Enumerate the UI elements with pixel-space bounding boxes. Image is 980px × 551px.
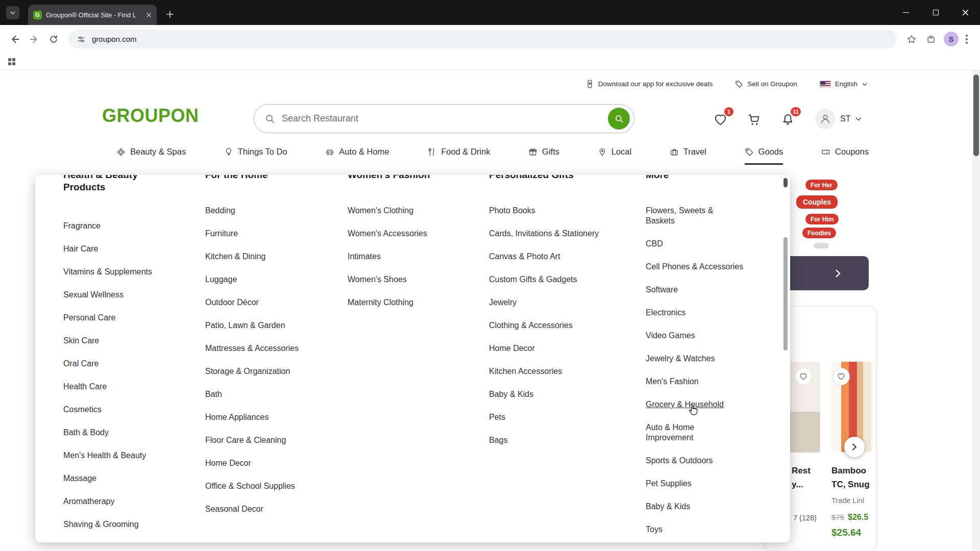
- menu-item[interactable]: Outdoor Décor: [205, 297, 333, 308]
- menu-item[interactable]: Seasonal Decor: [205, 504, 333, 514]
- menu-item[interactable]: Oral Care: [63, 359, 173, 369]
- menu-item[interactable]: Cosmetics: [63, 405, 173, 415]
- menu-item[interactable]: Flowers, Sweets & Baskets: [646, 206, 721, 226]
- menu-item[interactable]: Clothing & Accessories: [489, 320, 624, 331]
- promo-badge-foodies[interactable]: Foodies: [802, 228, 836, 238]
- menu-item[interactable]: Maternity Clothing: [348, 297, 468, 308]
- menu-item[interactable]: Home Appliances: [205, 412, 333, 422]
- menu-item[interactable]: Toys: [646, 524, 755, 535]
- notifications-button[interactable]: 11: [779, 111, 796, 128]
- menu-item[interactable]: Furniture: [205, 229, 333, 239]
- forward-button[interactable]: [26, 31, 43, 48]
- menu-item[interactable]: Pets: [489, 412, 624, 422]
- minimize-button[interactable]: [891, 0, 921, 25]
- menu-item[interactable]: Skin Care: [63, 336, 173, 346]
- back-button[interactable]: [6, 31, 23, 48]
- address-bar[interactable]: groupon.com: [68, 30, 897, 48]
- menu-item[interactable]: Aromatherapy: [63, 496, 173, 507]
- browser-profile-avatar[interactable]: S: [944, 32, 959, 46]
- search-input[interactable]: [282, 113, 608, 124]
- promo-badge-couples[interactable]: Couples: [796, 195, 838, 209]
- cart-button[interactable]: [745, 111, 763, 128]
- menu-item[interactable]: Home Decor: [489, 343, 624, 354]
- wishlist-heart-button[interactable]: [795, 368, 812, 385]
- menu-item[interactable]: Men's Fashion: [646, 377, 755, 387]
- menu-item[interactable]: Women's Accessories: [348, 229, 468, 239]
- carousel-next-button[interactable]: [844, 437, 865, 457]
- close-window-button[interactable]: [950, 0, 980, 25]
- menu-item[interactable]: Bath & Body: [63, 428, 173, 438]
- language-selector[interactable]: English: [820, 80, 868, 88]
- menu-item[interactable]: Grocery & Household: [646, 399, 755, 410]
- browser-tab[interactable]: G Groupon® Official Site - Find L: [28, 5, 157, 25]
- nav-item-local[interactable]: Local: [598, 147, 631, 163]
- maximize-button[interactable]: [921, 0, 950, 25]
- menu-item[interactable]: Bags: [489, 435, 624, 445]
- menu-item[interactable]: Cards, Invitations & Stationery: [489, 229, 624, 239]
- menu-item[interactable]: Home Decor: [205, 458, 333, 468]
- menu-item[interactable]: Bath: [205, 389, 333, 399]
- download-app-link[interactable]: Download our app for exclusive deals: [585, 80, 713, 88]
- menu-item[interactable]: Baby & Kids: [489, 389, 624, 399]
- nav-item-gifts[interactable]: Gifts: [528, 147, 559, 163]
- banner-next-arrow[interactable]: [830, 265, 846, 282]
- nav-item-coupons[interactable]: Coupons: [821, 147, 869, 163]
- search-submit-button[interactable]: [608, 108, 630, 130]
- site-settings-icon[interactable]: [77, 35, 86, 44]
- sell-on-groupon-link[interactable]: Sell on Groupon: [735, 80, 797, 88]
- menu-item[interactable]: Canvas & Photo Art: [489, 252, 624, 262]
- menu-item[interactable]: Sexual Wellness: [63, 290, 173, 300]
- promo-badge-for-him[interactable]: For Him: [805, 214, 839, 224]
- menu-item[interactable]: Office & School Supplies: [205, 481, 333, 491]
- product-title[interactable]: Bamboo TC, Snug: [831, 464, 870, 491]
- menu-scrollbar-top[interactable]: [783, 178, 788, 187]
- menu-item[interactable]: Jewelry & Watches: [646, 354, 755, 364]
- wishlist-button[interactable]: 1: [712, 111, 729, 128]
- menu-item[interactable]: Software: [646, 285, 755, 295]
- browser-scrollbar[interactable]: [972, 70, 980, 551]
- menu-item[interactable]: Health Care: [63, 382, 173, 392]
- menu-item[interactable]: Luggage: [205, 274, 333, 285]
- menu-item[interactable]: Bedding: [205, 206, 333, 216]
- menu-item[interactable]: Custom Gifts & Gadgets: [489, 274, 624, 285]
- menu-item[interactable]: Pet Supplies: [646, 479, 755, 489]
- menu-item[interactable]: Auto & Home Improvement: [646, 422, 715, 443]
- nav-item-goods[interactable]: Goods: [745, 147, 783, 165]
- tab-search-button[interactable]: [6, 6, 19, 19]
- menu-item[interactable]: Jewelry: [489, 297, 624, 308]
- menu-item[interactable]: Women's Clothing: [348, 206, 468, 216]
- nav-item-food-drink[interactable]: Food & Drink: [427, 147, 490, 163]
- menu-item[interactable]: Sports & Outdoors: [646, 456, 755, 466]
- extensions-button[interactable]: [922, 31, 940, 48]
- menu-item[interactable]: Men's Health & Beauty: [63, 450, 173, 461]
- new-tab-button[interactable]: [163, 8, 177, 21]
- bookmark-button[interactable]: [903, 31, 920, 48]
- product-title[interactable]: Rest y...: [792, 464, 811, 491]
- groupon-logo[interactable]: GROUPON: [102, 105, 199, 127]
- apps-grid-icon[interactable]: [8, 58, 15, 65]
- menu-item[interactable]: Cell Phones & Accessories: [646, 262, 755, 272]
- menu-item[interactable]: CBD: [646, 239, 755, 249]
- menu-item[interactable]: Hair Care: [63, 244, 173, 254]
- close-tab-icon[interactable]: [146, 12, 152, 18]
- menu-item[interactable]: Mattresses & Accessories: [205, 343, 333, 354]
- menu-item[interactable]: Personal Care: [63, 313, 173, 323]
- url-text[interactable]: groupon.com: [92, 35, 137, 43]
- menu-item[interactable]: Massage: [63, 473, 173, 484]
- browser-menu-button[interactable]: [966, 38, 968, 40]
- menu-item[interactable]: Fragrance: [63, 221, 173, 231]
- menu-scrollbar-thumb[interactable]: [783, 237, 788, 350]
- search-bar[interactable]: [254, 104, 634, 133]
- refresh-button[interactable]: [45, 31, 62, 48]
- nav-item-auto-home[interactable]: Auto & Home: [325, 147, 389, 163]
- wishlist-heart-button[interactable]: [832, 368, 850, 385]
- menu-item[interactable]: Kitchen Accessories: [489, 366, 624, 377]
- nav-item-things-to-do[interactable]: Things To Do: [224, 147, 287, 163]
- menu-item[interactable]: Electronics: [646, 308, 755, 318]
- menu-item[interactable]: Patio, Lawn & Garden: [205, 320, 333, 331]
- nav-item-beauty-spas[interactable]: Beauty & Spas: [116, 147, 186, 163]
- menu-item[interactable]: Vitamins & Supplements: [63, 267, 173, 277]
- account-menu[interactable]: ST: [815, 109, 862, 129]
- menu-item[interactable]: Intimates: [348, 252, 468, 262]
- menu-item[interactable]: Women's Shoes: [348, 274, 468, 285]
